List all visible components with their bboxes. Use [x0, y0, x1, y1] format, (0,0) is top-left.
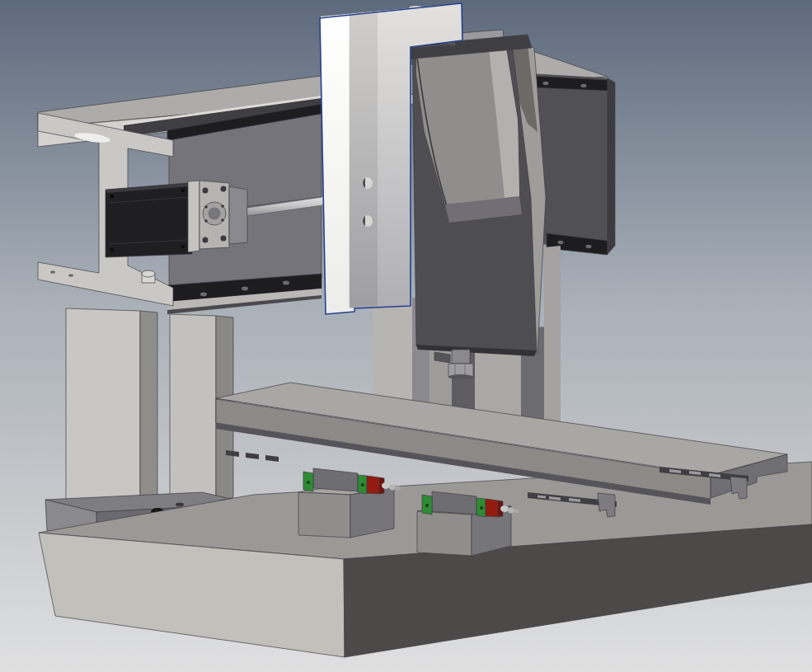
rail-hole	[200, 293, 207, 297]
screw-spring	[396, 486, 401, 491]
carriage-hole	[425, 504, 429, 507]
screw-spring	[514, 509, 519, 514]
carriage-block-red	[486, 499, 498, 517]
plate-hole	[176, 503, 184, 507]
boss-screw	[204, 205, 208, 209]
rear-column-face	[170, 314, 216, 501]
carriage-hole	[361, 483, 364, 486]
rail-hole	[242, 287, 248, 291]
motor-screw	[110, 248, 114, 251]
boss-screw	[221, 219, 224, 222]
motor-mount-plate	[188, 181, 199, 252]
ballscrew-bearing-block[interactable]	[188, 181, 247, 252]
beam-end-cap	[608, 78, 615, 254]
plate-edge-face	[350, 12, 378, 308]
bearing-hole	[221, 186, 227, 192]
riser1-front	[298, 492, 350, 538]
carriage-hole	[480, 506, 483, 510]
bearing-hole	[221, 236, 227, 242]
motor-screw	[181, 245, 185, 248]
boss-screw	[221, 204, 224, 208]
rail-hole	[283, 281, 289, 285]
bearing-hole	[203, 237, 209, 243]
bearing-rear	[229, 186, 247, 244]
screw-spring	[389, 485, 396, 491]
bearing-bore	[209, 208, 221, 220]
screw-spring	[382, 482, 390, 489]
front-column[interactable]	[66, 308, 157, 505]
motor-screw	[181, 189, 185, 192]
model-scene	[0, 0, 812, 672]
cad-viewport	[0, 0, 812, 672]
stepper-motor[interactable]	[106, 183, 192, 257]
boss-screw	[204, 219, 208, 223]
screw-spring	[508, 508, 514, 514]
carriage-hole	[307, 481, 310, 484]
motor-body	[106, 183, 192, 257]
motor-screw	[110, 195, 114, 198]
front-column-side	[140, 311, 157, 504]
riser2-front	[417, 511, 472, 556]
bearing-hole	[203, 188, 209, 194]
flange-hole	[50, 270, 55, 273]
flange-hole	[68, 274, 73, 276]
screw-spring	[500, 505, 509, 512]
plate-screw	[363, 177, 373, 189]
riser1-side	[350, 487, 394, 538]
column-cap-screw	[142, 270, 155, 283]
spindle-head-cover[interactable]	[412, 35, 546, 356]
plate-screw	[363, 215, 373, 227]
carriage-block-red	[367, 476, 379, 494]
collet-bottom	[448, 374, 473, 379]
front-column-face	[66, 308, 140, 505]
spindle-nose	[452, 350, 470, 364]
